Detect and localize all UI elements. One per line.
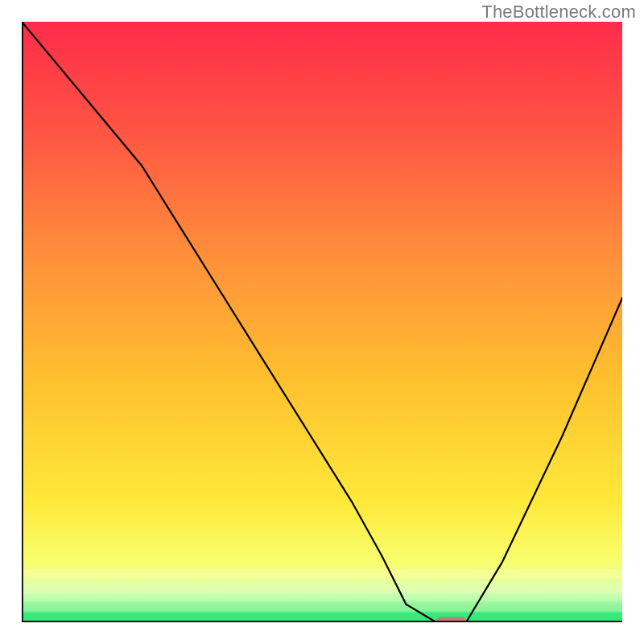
svg-rect-3: [22, 605, 622, 611]
watermark-text: TheBottleneck.com: [481, 2, 636, 23]
gradient-background: [22, 22, 622, 622]
bottom-banding: [22, 569, 622, 622]
chart-container: TheBottleneck.com: [0, 0, 644, 644]
svg-rect-2: [22, 595, 622, 601]
svg-rect-4: [22, 613, 622, 622]
chart-svg: [22, 22, 622, 622]
svg-rect-0: [22, 569, 622, 579]
svg-rect-1: [22, 584, 622, 591]
plot-area: [22, 22, 622, 622]
